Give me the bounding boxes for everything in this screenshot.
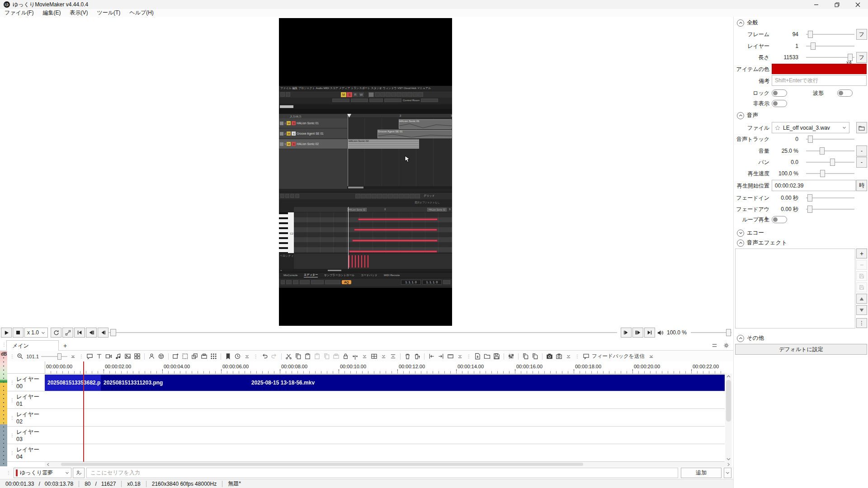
lock-toggle[interactable] xyxy=(772,89,787,97)
layer-track-1[interactable] xyxy=(45,391,725,409)
pan-value[interactable]: 0.0 xyxy=(758,158,798,167)
section-echo[interactable]: エコー xyxy=(737,229,764,237)
layer-track-3[interactable] xyxy=(45,427,725,444)
tab-main[interactable]: メイン xyxy=(6,340,59,351)
browse-file-button[interactable] xyxy=(856,122,867,133)
toolbar-note-icon[interactable] xyxy=(114,352,122,360)
toolbar-griddots-icon[interactable] xyxy=(210,352,217,360)
start-pos-time-button[interactable]: 時 xyxy=(856,180,867,191)
effect-more-button[interactable]: ⋮ xyxy=(856,318,867,328)
frame-value[interactable]: 94 xyxy=(758,30,798,39)
layer-value[interactable]: 1 xyxy=(758,42,798,51)
start-pos-input[interactable]: 00:00:02.39 xyxy=(772,180,856,191)
layer-track-2[interactable] xyxy=(45,409,725,427)
toolbar-split-icon[interactable] xyxy=(351,352,359,360)
toolbar-align-icon[interactable] xyxy=(389,352,397,360)
volume-minus-button[interactable]: - xyxy=(856,145,867,156)
section-general[interactable]: 全般 xyxy=(737,19,758,27)
toolbar-v-icon[interactable] xyxy=(243,352,251,360)
timeline-vscrollbar[interactable] xyxy=(725,374,732,462)
audio-track-value[interactable]: 0 xyxy=(758,135,798,144)
audio-track-slider[interactable] xyxy=(806,135,854,143)
stop-button[interactable] xyxy=(13,328,24,338)
layer-track-4[interactable] xyxy=(45,444,725,462)
add-serif-button[interactable]: 追加 xyxy=(681,468,722,478)
timeline-settings-gear-icon[interactable] xyxy=(722,342,730,349)
toolbar-mixer-icon[interactable] xyxy=(507,352,515,360)
toolbar-grip-19[interactable]: ⋮ xyxy=(254,354,258,359)
collapse-icon[interactable] xyxy=(737,112,744,119)
section-other[interactable]: その他 xyxy=(737,334,764,342)
toolbar-copy-icon[interactable] xyxy=(294,352,302,360)
layer-label-3[interactable]: ⋮レイヤー 03 xyxy=(7,427,45,444)
speed-select[interactable]: x 1.0 xyxy=(24,328,48,338)
length-value[interactable]: 11533 xyxy=(758,53,798,62)
menu-item-0[interactable]: ファイル(F) xyxy=(0,9,38,17)
toolbar-v-icon[interactable] xyxy=(456,352,464,360)
frame-slider[interactable] xyxy=(806,30,854,38)
keyframe-link-button[interactable] xyxy=(62,328,73,338)
collapse-icon[interactable] xyxy=(737,19,744,27)
toolbar-paste-icon[interactable] xyxy=(313,352,321,360)
toolbar-template-icon[interactable] xyxy=(172,352,179,360)
hscroll-thumb[interactable] xyxy=(61,463,583,466)
layer-label-2[interactable]: ⋮レイヤー 02 xyxy=(7,409,45,427)
timeline-playhead[interactable] xyxy=(83,361,84,462)
section-audio-effects[interactable]: 音声エフェクト xyxy=(737,239,787,247)
toolbar-v-icon[interactable] xyxy=(361,352,368,360)
toolbar-shape-icon[interactable] xyxy=(191,352,198,360)
play-button[interactable] xyxy=(1,328,12,338)
toolbar-clock-icon[interactable] xyxy=(234,352,241,360)
toolbar-trash-icon[interactable] xyxy=(404,352,411,360)
menu-item-3[interactable]: ツール(T) xyxy=(92,9,125,17)
menu-item-4[interactable]: ヘルプ(H) xyxy=(125,9,158,17)
character-edit-button[interactable] xyxy=(73,468,85,478)
prev-frame-large-button[interactable] xyxy=(86,328,97,338)
volume-item-slider[interactable] xyxy=(806,147,854,155)
restore-button[interactable] xyxy=(826,0,847,9)
seek-end-button[interactable] xyxy=(644,328,655,338)
waveform-toggle[interactable] xyxy=(837,89,853,97)
toolbar-smiley-icon[interactable] xyxy=(157,352,165,360)
repeat-button[interactable] xyxy=(51,328,61,338)
effect-save-button[interactable] xyxy=(856,282,867,292)
hidden-toggle[interactable] xyxy=(772,100,787,107)
section-audio[interactable]: 音声 xyxy=(737,112,758,119)
toolbar-video-icon[interactable] xyxy=(105,352,113,360)
effect-save-as-button[interactable] xyxy=(856,271,867,281)
toolbar-import-icon[interactable] xyxy=(474,352,481,360)
fade-in-value[interactable]: 0.00 秒 xyxy=(758,193,798,202)
toolbar-text-icon[interactable] xyxy=(95,352,103,360)
toolbar-lock-icon[interactable] xyxy=(342,352,349,360)
next-frame-large-button[interactable] xyxy=(632,328,643,338)
effect-add-button[interactable]: + xyxy=(856,249,867,258)
collapse-icon[interactable] xyxy=(737,335,744,342)
toolbar-camera2-icon[interactable] xyxy=(555,352,563,360)
audio-file-select[interactable]: LE_off vocal_3.wav xyxy=(772,122,849,133)
speaker-icon[interactable] xyxy=(656,329,664,337)
next-frame-button[interactable] xyxy=(621,328,632,338)
speed-value-field[interactable]: 100.0 % xyxy=(758,169,798,178)
effect-move-down-button[interactable] xyxy=(856,305,867,315)
feedback-chevron-icon[interactable] xyxy=(647,352,655,360)
timeline-clip-2[interactable]: 2025-08-15 13-18-56.mkv xyxy=(249,375,725,391)
speed-slider[interactable] xyxy=(806,169,854,178)
toolbar-bookmark-icon[interactable] xyxy=(224,352,232,360)
effect-move-up-button[interactable] xyxy=(856,294,867,304)
seek-start-button[interactable] xyxy=(74,328,85,338)
pan-slider[interactable] xyxy=(806,158,854,166)
toolbar-group-icon[interactable] xyxy=(200,352,208,360)
toolbar-grip-43[interactable]: ⋮ xyxy=(467,354,471,359)
layer-label-4[interactable]: ⋮レイヤー 04 xyxy=(7,444,45,462)
timeline-clip-0[interactable]: 2025081513353682.p xyxy=(45,375,101,391)
length-filter-button[interactable]: フ xyxy=(856,52,867,63)
toolbar-group-icon[interactable] xyxy=(332,352,340,360)
toolbar-speech-icon[interactable] xyxy=(86,352,94,360)
menu-item-2[interactable]: 表示(V) xyxy=(65,9,92,17)
volume-slider[interactable] xyxy=(691,328,731,337)
toolbar-frame-icon[interactable] xyxy=(447,352,454,360)
frame-filter-button[interactable]: フ xyxy=(856,29,867,40)
item-color-swatch[interactable] xyxy=(772,64,867,74)
toolbar-grip[interactable]: ⋮ xyxy=(10,354,14,359)
toolbar-undo-icon[interactable] xyxy=(261,352,269,360)
